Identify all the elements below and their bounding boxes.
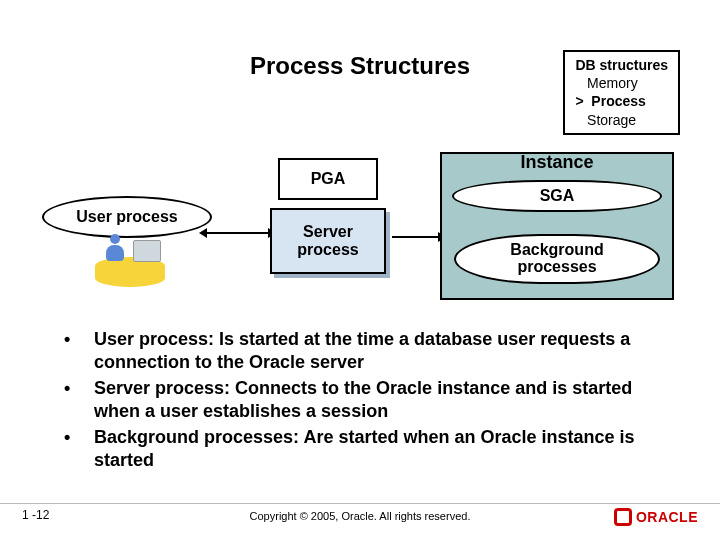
instance-box: Instance SGA Background processes	[440, 152, 674, 300]
nav-item-storage: Storage	[575, 111, 668, 129]
pga-box: PGA	[278, 158, 378, 200]
list-item: User process: Is started at the time a d…	[54, 328, 680, 373]
connector-user-to-server	[205, 232, 270, 234]
nav-item-process: > Process	[575, 92, 668, 110]
list-item: Background processes: Are started when a…	[54, 426, 680, 471]
sga-label: SGA	[452, 180, 662, 212]
server-process-box: Server process	[270, 208, 386, 274]
oracle-logo-text: ORACLE	[636, 509, 698, 525]
connector-server-to-instance	[392, 236, 440, 238]
nav-box: DB structures Memory > Process Storage	[563, 50, 680, 135]
nav-item-db-structures: DB structures	[575, 56, 668, 74]
user-process-icon	[95, 232, 165, 287]
oracle-logo-icon	[614, 508, 632, 526]
oracle-logo: ORACLE	[614, 508, 698, 526]
copyright: Copyright © 2005, Oracle. All rights res…	[0, 510, 720, 522]
footer-divider	[0, 503, 720, 504]
nav-item-memory: Memory	[575, 74, 668, 92]
instance-label: Instance	[442, 152, 672, 173]
background-processes-label: Background processes	[454, 234, 660, 284]
bullet-list: User process: Is started at the time a d…	[54, 328, 680, 475]
list-item: Server process: Connects to the Oracle i…	[54, 377, 680, 422]
